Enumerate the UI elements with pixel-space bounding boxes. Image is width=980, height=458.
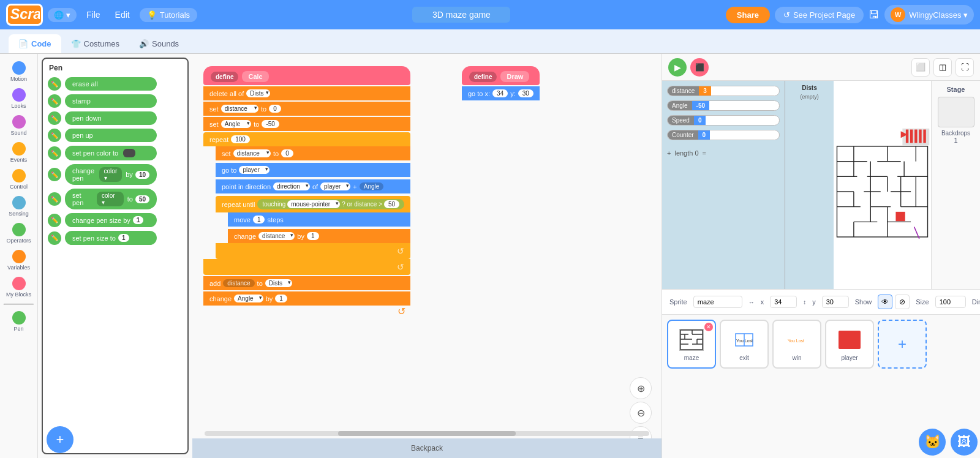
small-stage-btn[interactable]: ⬜: [911, 58, 930, 77]
category-looks[interactable]: Looks: [2, 86, 36, 111]
full-screen-btn[interactable]: ⛶: [956, 58, 974, 77]
add-sprite-btn[interactable]: +: [878, 320, 927, 369]
svg-rect-7: [923, 130, 925, 143]
set-pen-color-num-block[interactable]: ✏️ set pen color ▾ to 50: [48, 189, 183, 209]
right-panel: ▶ ⬛ ⬜ ◫ ⛶ distance 3 Angle -50 Speed: [662, 54, 980, 458]
exit-thumb: You Lost: [729, 328, 759, 352]
set-distance-0-block[interactable]: set distance ▾ to 0: [203, 102, 410, 116]
file-menu[interactable]: File: [81, 7, 105, 22]
show-hidden-btn[interactable]: ⊘: [895, 295, 910, 309]
sprite-card-win[interactable]: You Lost win: [772, 320, 821, 369]
erase-all-block[interactable]: ✏️ erase all: [48, 77, 183, 91]
stage-variables-row: distance 3 Angle -50 Speed 0 Counter 0: [662, 81, 980, 289]
change-color-icon: ✏️: [48, 168, 61, 181]
calc-stack: define Calc delete all of Dists ▾ set di…: [203, 66, 410, 317]
x-value-input[interactable]: [770, 296, 797, 308]
backpack-bar[interactable]: Backpack: [192, 438, 662, 458]
pen-down-block[interactable]: ✏️ pen down: [48, 111, 183, 125]
tab-sounds[interactable]: 🔊 Sounds: [129, 34, 189, 53]
add-extension-btn[interactable]: +: [47, 426, 74, 453]
category-events[interactable]: Events: [2, 140, 36, 165]
size-input[interactable]: [935, 296, 966, 308]
change-pen-color-block[interactable]: ✏️ change pen color ▾ by 10: [48, 164, 183, 185]
green-flag-btn[interactable]: ▶: [668, 58, 687, 77]
edit-menu[interactable]: Edit: [110, 7, 135, 22]
set-angle-block[interactable]: set Angle ▾ to -50: [203, 117, 410, 131]
backdrops-count: Backdrops 1: [941, 127, 970, 144]
set-pen-size-block[interactable]: ✏️ set pen size to 1: [48, 231, 183, 245]
add-backdrop-btn[interactable]: 🖼: [951, 429, 978, 456]
goto-xy-block[interactable]: go to x: 34 y: 30: [462, 86, 540, 100]
share-button[interactable]: Share: [726, 7, 770, 23]
svg-rect-3: [906, 130, 908, 143]
blocks-panel-title: Pen: [48, 64, 183, 72]
topbar-right: 🖫 W WlingyClasses ▾: [869, 5, 974, 24]
define-calc-block[interactable]: define Calc: [203, 66, 410, 85]
full-screen-left-btn[interactable]: ◫: [933, 58, 952, 77]
globe-menu[interactable]: 🌐▾: [48, 8, 77, 22]
tabs-bar: 📄 Code 👕 Costumes 🔊 Sounds: [0, 29, 980, 54]
repeat-until-inner: move 1 steps change distance ▾ by 1: [228, 212, 410, 243]
scripts-canvas: define Calc delete all of Dists ▾ set di…: [192, 54, 662, 458]
stop-btn[interactable]: ⬛: [690, 58, 709, 77]
zoom-out-btn[interactable]: ⊖: [630, 402, 652, 424]
category-sound[interactable]: Sound: [2, 113, 36, 138]
sprite-name-input[interactable]: [693, 296, 742, 308]
tab-code[interactable]: 📄 Code: [9, 34, 61, 53]
blocks-panel: Pen ✏️ erase all ✏️ stamp ✏️ pen down ✏️…: [42, 58, 189, 454]
category-myblocks[interactable]: My Blocks: [2, 274, 36, 300]
sprite-info: Sprite ↔ x ↕ y Show 👁 ⊘ Size Direction: [662, 289, 980, 315]
x-axis-icon: ↔: [748, 299, 755, 306]
category-operators[interactable]: Operators: [2, 220, 36, 246]
user-menu[interactable]: W WlingyClasses ▾: [884, 5, 974, 24]
sprite-info-row: Sprite ↔ x ↕ y Show 👁 ⊘ Size Direction: [669, 295, 973, 309]
scripts-scrollbar[interactable]: [205, 431, 649, 436]
scratch-logo[interactable]: Scratch: [6, 4, 43, 26]
category-variables[interactable]: Variables: [2, 247, 36, 273]
category-control[interactable]: Control: [2, 167, 36, 192]
category-sensing[interactable]: Sensing: [2, 193, 36, 219]
script-controls: ⊕ ⊖ =: [630, 377, 652, 448]
point-direction-block[interactable]: point in direction direction ▾ of player…: [216, 179, 410, 193]
delete-maze-sprite[interactable]: ✕: [704, 323, 713, 331]
var-speed: Speed 0: [667, 115, 780, 126]
tutorials-btn[interactable]: 💡 Tutorials: [140, 8, 197, 22]
stage-canvas: [834, 81, 931, 289]
set-pen-color-block[interactable]: ✏️ set pen color to: [48, 146, 183, 160]
var-counter: Counter 0: [667, 130, 780, 140]
svg-rect-4: [910, 130, 913, 143]
goto-player-block[interactable]: go to player ▾: [216, 163, 410, 177]
project-title-area: [202, 7, 721, 23]
change-angle-block[interactable]: change Angle ▾ by 1: [203, 291, 410, 306]
category-motion[interactable]: Motion: [2, 59, 36, 84]
change-pen-size-block[interactable]: ✏️ change pen size by 1: [48, 213, 183, 227]
zoom-in-btn[interactable]: ⊕: [630, 377, 652, 399]
inner-set-distance[interactable]: set distance ▾ to 0: [216, 146, 410, 160]
sprite-card-exit[interactable]: You Lost exit: [720, 320, 769, 369]
cat-face-btn[interactable]: 🐱: [919, 429, 946, 456]
stage-thumbnail[interactable]: [938, 97, 974, 127]
delete-all-block[interactable]: delete all of Dists ▾: [203, 86, 410, 100]
sprite-card-player[interactable]: player: [825, 320, 874, 369]
define-draw-block[interactable]: define Draw: [462, 66, 540, 85]
repeat-100-block[interactable]: repeat 100 set distance ▾ to 0 go to pla…: [203, 132, 410, 275]
y-value-input[interactable]: [822, 296, 849, 308]
save-icon-button[interactable]: 🖫: [869, 9, 880, 21]
show-buttons: 👁 ⊘: [878, 295, 910, 309]
project-title-input[interactable]: [412, 7, 510, 23]
move-steps-block[interactable]: move 1 steps: [228, 212, 410, 227]
svg-rect-37: [680, 329, 703, 350]
add-distance-block[interactable]: add distance to Dists ▾: [203, 276, 410, 290]
draw-stack: define Draw go to x: 34 y: 30: [462, 66, 540, 100]
stamp-block[interactable]: ✏️ stamp: [48, 94, 183, 108]
maze-thumb: [677, 328, 706, 352]
pen-size-icon: ✏️: [48, 214, 61, 227]
repeat-until-block[interactable]: repeat until touching mouse-pointer ▾ ? …: [216, 196, 410, 259]
see-project-button[interactable]: ↺ See Project Page: [775, 7, 864, 23]
pen-up-block[interactable]: ✏️ pen up: [48, 129, 183, 142]
show-visible-btn[interactable]: 👁: [878, 295, 892, 309]
tab-costumes[interactable]: 👕 Costumes: [61, 34, 130, 53]
category-pen[interactable]: Pen: [2, 309, 36, 334]
change-distance-block[interactable]: change distance ▾ by 1: [228, 229, 410, 243]
sprite-card-maze[interactable]: ✕: [667, 320, 716, 369]
